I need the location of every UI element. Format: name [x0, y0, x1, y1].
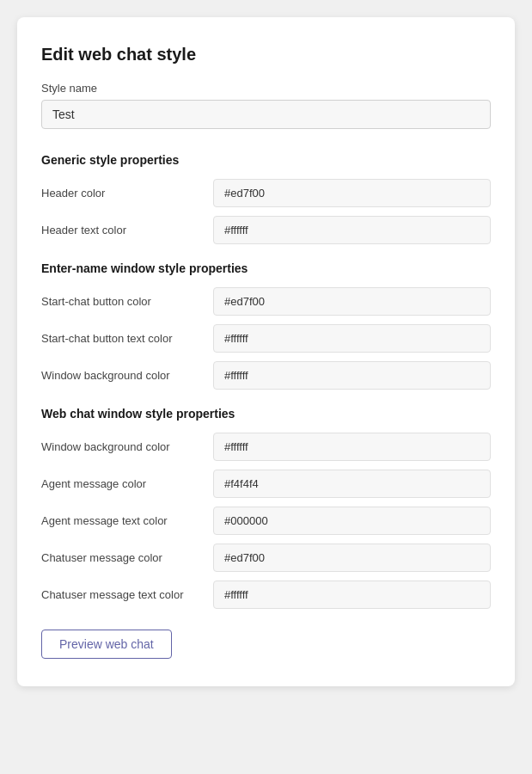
webchat-section-title: Web chat window style properties [41, 407, 491, 421]
agent-message-text-color-row: Agent message text color [41, 507, 491, 535]
enter-name-section-title: Enter-name window style properties [41, 261, 491, 275]
enter-name-window-bg-color-label: Window background color [41, 369, 213, 382]
header-color-label: Header color [41, 187, 213, 200]
chatuser-message-text-color-input[interactable] [213, 580, 491, 609]
header-color-input[interactable] [213, 179, 491, 207]
agent-message-text-color-label: Agent message text color [41, 514, 213, 527]
header-text-color-row: Header text color [41, 216, 491, 244]
start-chat-btn-color-label: Start-chat button color [41, 295, 213, 308]
webchat-window-bg-color-row: Window background color [41, 433, 491, 461]
agent-message-color-row: Agent message color [41, 470, 491, 498]
start-chat-btn-text-color-label: Start-chat button text color [41, 332, 213, 345]
agent-message-color-label: Agent message color [41, 477, 213, 490]
edit-style-card: Edit web chat style Style name Generic s… [17, 17, 515, 686]
start-chat-btn-color-input[interactable] [213, 287, 491, 316]
start-chat-btn-color-row: Start-chat button color [41, 287, 491, 316]
chatuser-message-text-color-label: Chatuser message text color [41, 588, 213, 601]
chatuser-message-color-row: Chatuser message color [41, 544, 491, 572]
enter-name-window-bg-color-input[interactable] [213, 361, 491, 390]
start-chat-btn-text-color-row: Start-chat button text color [41, 324, 491, 353]
agent-message-text-color-input[interactable] [213, 507, 491, 535]
enter-name-window-bg-color-row: Window background color [41, 361, 491, 390]
webchat-window-bg-color-label: Window background color [41, 440, 213, 453]
start-chat-btn-text-color-input[interactable] [213, 324, 491, 353]
agent-message-color-input[interactable] [213, 470, 491, 498]
chatuser-message-text-color-row: Chatuser message text color [41, 580, 491, 609]
header-color-row: Header color [41, 179, 491, 207]
webchat-window-bg-color-input[interactable] [213, 433, 491, 461]
generic-section-title: Generic style properties [41, 153, 491, 167]
header-text-color-input[interactable] [213, 216, 491, 244]
preview-web-chat-button[interactable]: Preview web chat [41, 630, 172, 659]
chatuser-message-color-label: Chatuser message color [41, 551, 213, 564]
header-text-color-label: Header text color [41, 224, 213, 236]
style-name-input[interactable] [41, 100, 491, 129]
page-title: Edit web chat style [41, 45, 491, 64]
style-name-label: Style name [41, 82, 491, 95]
chatuser-message-color-input[interactable] [213, 544, 491, 572]
